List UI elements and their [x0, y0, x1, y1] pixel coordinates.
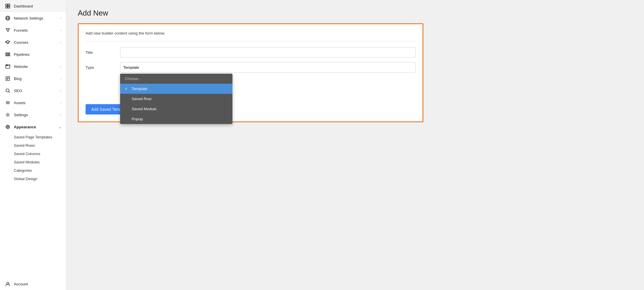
form-intro-text: Add new builder content using the form b…: [86, 31, 416, 35]
sidebar-item-label: SEO: [14, 89, 22, 93]
appearance-icon: [5, 124, 11, 130]
check-icon: ✓: [125, 87, 129, 91]
svg-rect-7: [6, 53, 7, 56]
chevron-icon: ‹: [60, 101, 61, 104]
seo-icon: [5, 87, 11, 94]
chevron-icon: ‹: [60, 113, 61, 117]
sidebar-sub-global-design[interactable]: Global Design: [0, 175, 66, 183]
chevron-down-icon: ⌄: [58, 125, 61, 129]
svg-rect-0: [6, 4, 7, 6]
sidebar-item-label: Blog: [14, 77, 22, 81]
chevron-icon: ‹: [60, 28, 61, 32]
svg-rect-8: [7, 53, 8, 56]
chevron-icon: ‹: [60, 16, 61, 20]
grid-icon: [5, 3, 11, 9]
sidebar-item-label: Settings: [14, 113, 28, 117]
dropdown-option-saved-row[interactable]: Saved Row: [120, 94, 232, 104]
website-icon: [5, 63, 11, 70]
sidebar-sub-saved-rows[interactable]: Saved Rows: [0, 141, 66, 150]
pipeline-icon: [5, 51, 11, 58]
sidebar-item-label: Network Settings: [14, 16, 43, 20]
sidebar-item-pipelines[interactable]: Pipelines: [0, 48, 66, 60]
svg-rect-2: [6, 6, 7, 8]
page-title: Add New: [78, 9, 632, 18]
settings-icon: [5, 112, 11, 118]
title-label: Title: [86, 50, 120, 55]
type-select-wrapper: Template Saved Row Saved Module Popup Ch…: [120, 62, 416, 72]
title-form-row: Title: [86, 47, 416, 58]
svg-point-12: [6, 65, 7, 65]
sidebar-sub-saved-modules[interactable]: Saved Modules: [0, 158, 66, 166]
chevron-icon: ‹: [60, 41, 61, 44]
sidebar-item-dashboard[interactable]: Dashboard: [0, 0, 66, 12]
dropdown-option-template[interactable]: ✓ Template: [120, 84, 232, 94]
sidebar-item-label: Pipelines: [14, 52, 30, 57]
svg-point-26: [7, 282, 9, 284]
sidebar-item-network-settings[interactable]: Network Settings ‹: [0, 12, 66, 24]
sidebar-item-label: Funnels: [14, 28, 28, 33]
chevron-icon: ‹: [60, 89, 61, 92]
type-form-row: Type Template Saved Row Saved Module Pop…: [86, 62, 416, 72]
sidebar-sub-categories[interactable]: Categories: [0, 166, 66, 175]
account-icon: [5, 281, 11, 287]
funnel-icon: [5, 27, 11, 33]
chevron-icon: ‹: [60, 77, 61, 80]
courses-icon: [5, 39, 11, 45]
dropdown-placeholder: Choose...: [120, 74, 232, 84]
sidebar-item-account[interactable]: Account: [0, 278, 66, 290]
svg-rect-3: [8, 6, 10, 8]
chevron-icon: ‹: [60, 65, 61, 68]
type-dropdown-menu: Choose... ✓ Template Saved Row Saved Mod…: [120, 74, 232, 124]
svg-rect-1: [8, 4, 10, 6]
sidebar-item-label: Appearance: [14, 125, 36, 129]
svg-point-25: [7, 126, 8, 127]
type-label: Type: [86, 65, 120, 70]
sidebar: Dashboard Network Settings ‹ Funnels ‹: [0, 0, 66, 290]
svg-point-18: [6, 89, 9, 92]
form-divider: [86, 41, 416, 41]
sidebar-item-appearance[interactable]: Appearance ⌄: [0, 121, 66, 133]
sidebar-item-blog[interactable]: Blog ‹: [0, 72, 66, 85]
svg-point-23: [7, 114, 8, 115]
sidebar-item-seo[interactable]: SEO ‹: [0, 85, 66, 97]
type-select[interactable]: Template Saved Row Saved Module Popup: [120, 62, 416, 72]
svg-rect-9: [9, 53, 10, 56]
sidebar-item-label: Account: [14, 282, 28, 286]
main-content: Add New Add new builder content using th…: [66, 0, 644, 290]
globe-icon: [5, 15, 11, 21]
dropdown-option-popup[interactable]: Popup: [120, 114, 232, 124]
svg-line-19: [9, 91, 10, 93]
sidebar-item-label: Dashboard: [14, 4, 33, 8]
blog-icon: [5, 75, 11, 82]
form-card: Add new builder content using the form b…: [78, 23, 423, 122]
sidebar-item-label: Assets: [14, 101, 26, 105]
sidebar-sub-saved-page-templates[interactable]: Saved Page Templates: [0, 133, 66, 141]
sidebar-sub-saved-columns[interactable]: Saved Columns: [0, 150, 66, 158]
assets-icon: [5, 100, 11, 106]
sidebar-item-assets[interactable]: Assets ‹: [0, 97, 66, 109]
sidebar-item-funnels[interactable]: Funnels ‹: [0, 24, 66, 36]
dropdown-option-saved-module[interactable]: Saved Module: [120, 104, 232, 114]
svg-point-13: [7, 65, 7, 65]
sidebar-item-label: Courses: [14, 40, 28, 45]
sidebar-item-courses[interactable]: Courses ‹: [0, 36, 66, 48]
title-input[interactable]: [120, 47, 416, 58]
sidebar-item-website[interactable]: Website ‹: [0, 60, 66, 72]
sidebar-item-label: Website: [14, 64, 28, 69]
sidebar-item-settings[interactable]: Settings ‹: [0, 109, 66, 121]
